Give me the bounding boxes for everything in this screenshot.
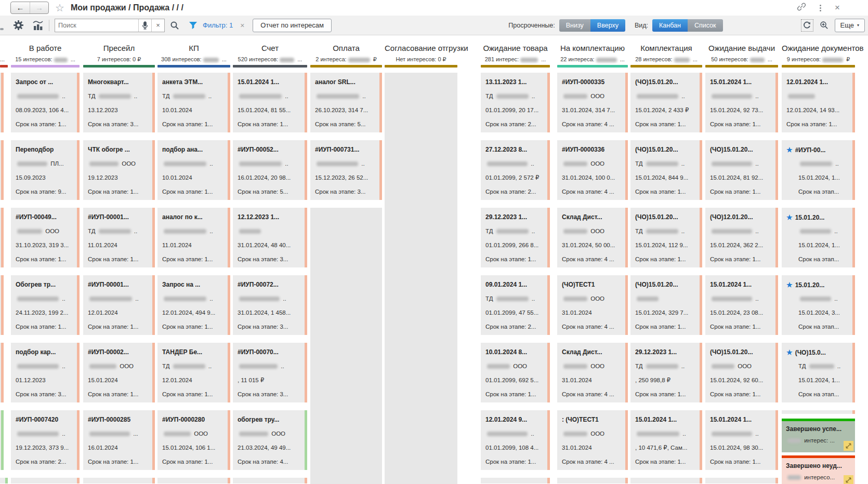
kanban-card[interactable]: Переподбор ПЛ...15.09.2023Срок на этапе:… (11, 140, 80, 200)
card-date-amount: 11.01.2024 (162, 238, 223, 252)
overdue-up-button[interactable]: Вверху (590, 19, 625, 32)
card-stage-duration: Срок на этапе: 5... (315, 117, 375, 131)
kanban-card[interactable]: 29.12.2023 1...ТД ..01.01.2099, 266 8...… (481, 208, 550, 267)
kanban-card[interactable]: #ИУП-00001...ТД ..11.01.2024Срок на этап… (83, 208, 155, 267)
kanban-card[interactable]: #ИУП-00049... ООО31.10.2023, 319 3...Сро… (11, 208, 80, 267)
kanban-card[interactable]: : (ЧО)ТЕСТ1 ООО31.01.2024Срок на этапе: … (557, 410, 628, 470)
view-kanban-button[interactable]: Канбан (652, 19, 688, 32)
kanban-card[interactable]: ЧТК обогре ... ООО19.12.2023Срок на этап… (83, 140, 155, 200)
completed-failed-card[interactable]: Завершено неуд... интересо... (782, 455, 855, 484)
microphone-icon[interactable] (138, 19, 151, 32)
back-button[interactable]: ← (11, 2, 30, 14)
kanban-card[interactable]: #ИУП-0000335 ООО31.01.2024, 314 7...Срок… (557, 73, 628, 132)
kanban-card[interactable]: (ЧО)15.01.20...ТД ..15.01.2024, 844 9...… (630, 140, 702, 200)
kanban-card[interactable]: (ЧО)15.01.20... ..15.01.2024, 2 433 ₽Сро… (630, 73, 702, 132)
kanban-card[interactable]: 13.11.2023 1...ТД ..01.01.2099, 20 17...… (481, 73, 550, 132)
kanban-card[interactable]: ★(ЧО)15.0...ТД ..15.01.2024, 1...Срок на… (782, 343, 855, 402)
kanban-card[interactable]: Запрос на ... ..12.01.2024, 494 9...Срок… (157, 275, 230, 335)
kanban-card[interactable]: #ИУП-0000336 ООО31.01.2024, 100 0...Срок… (557, 140, 628, 200)
kanban-card[interactable]: #ИУП-00052... ..16.01.2024, 20 98...Срок… (233, 140, 307, 200)
gear-icon[interactable] (13, 20, 24, 31)
chart-icon[interactable] (32, 20, 44, 31)
filter-funnel-icon[interactable] (189, 21, 198, 30)
overdue-down-button[interactable]: Внизу (559, 19, 590, 32)
kanban-card[interactable]: #ИУП-0000285 ...16.01.2024Срок на этапе:… (83, 410, 155, 470)
card-company: ТД .. (786, 359, 848, 373)
kanban-card[interactable]: 15.01.2024 1... ..15.01.2024, 81 55...Ср… (233, 73, 307, 132)
kanban-card[interactable]: #ИУП-0007420 ..19.12.2023, 373 9...Срок … (11, 410, 80, 470)
card-stage-duration: Срок на этапе: 1... (88, 455, 148, 469)
clear-filter-icon[interactable]: × (240, 21, 244, 30)
kanban-card[interactable]: (ЧО)ТЕСТ1 ООО31.01.2024Срок на этапе: 4 … (557, 275, 628, 335)
redacted-text (164, 297, 206, 301)
card-date-amount: 01.12.2023 (16, 373, 72, 387)
kanban-card[interactable]: ★15.01.20... ..15.01.2024, 3...Срок на э… (782, 275, 855, 335)
kanban-card[interactable]: 12.01.2024 9... ..01.01.2099, 108 4...Ср… (481, 410, 550, 470)
kanban-card[interactable]: (ЧО)15.01.20... ООО15.01.2024, 92 60...С… (705, 343, 778, 402)
card-status-stripe (77, 410, 80, 470)
interest-report-button[interactable]: Отчет по интересам (253, 19, 332, 32)
column-count: Нет интересов: 0 ₽ (385, 55, 457, 65)
kanban-card[interactable]: (ЧО)15.01.20...ТД ..15.01.2024, 112 9...… (630, 208, 702, 267)
kanban-card[interactable]: ★#ИУП-00... ..15.01.2024, 1...Срок на эт… (782, 140, 855, 200)
kanban-card[interactable]: обогрев тру... ООО21.03.2024, 49 49...Ср… (233, 410, 307, 470)
kanban-card[interactable]: подбор кар... ..01.12.2023Срок на этапе:… (11, 343, 80, 402)
kanban-card[interactable]: #ИУП-00072... ..31.01.2024, 1 458...Срок… (233, 275, 307, 335)
kanban-card[interactable]: аналог по к... ..11.01.2024Срок на этапе… (157, 208, 230, 267)
kanban-card[interactable]: 15.01.2024 1... ..15.01.2024, 92 73...Ср… (705, 73, 778, 132)
kanban-card[interactable]: (ЧО)15.01.20... ..15.01.2024, 81 92...Ср… (705, 140, 778, 200)
close-icon[interactable]: × (835, 4, 840, 12)
kanban-card[interactable]: Склад Дист... ООО31.01.2024, 50 00...Сро… (557, 208, 628, 267)
kanban-card[interactable]: 12.12.2023 1...31.01.2024, 48 40...Срок … (233, 208, 307, 267)
card-date-amount: 31.01.2024, 100 0... (562, 171, 621, 185)
kanban-card[interactable]: 27.12.2023 8... ..01.01.2099, 2 572 ₽Сро… (481, 140, 550, 200)
kanban-card[interactable]: (ЧО)12.01.20... ..15.01.2024, 362 2...Ср… (705, 208, 778, 267)
kebab-menu-icon[interactable] (820, 4, 821, 12)
filter-label[interactable]: Фильтр: 1 (203, 21, 233, 29)
kanban-card[interactable]: (ЧО)15.01.20...15.01.2024, 329 7...Срок … (630, 275, 702, 335)
column-cards: 13.11.2023 1...ТД ..01.01.2099, 20 17...… (481, 73, 550, 484)
card-company: ООО (562, 224, 621, 238)
kanban-card[interactable]: #ИУП-00070... .., 11 015 ₽Срок на этапе:… (233, 343, 307, 402)
link-icon[interactable] (797, 2, 806, 14)
kanban-card[interactable]: #ИУП-000731... ..15.12.2023, 26 52...Сро… (310, 140, 382, 200)
card-status-stripe (152, 275, 155, 335)
card-status-stripe (379, 140, 382, 200)
kanban-card[interactable]: подбор ана... ..10.01.2024Срок на этапе:… (157, 140, 230, 200)
clear-search-icon[interactable]: × (151, 19, 164, 32)
more-button[interactable]: Еще ▾ (835, 19, 865, 32)
kanban-card[interactable]: аналог SRL... ..26.10.2023, 314 7...Срок… (310, 73, 382, 132)
zoom-in-icon[interactable] (820, 21, 828, 30)
kanban-card[interactable]: 15.01.2024 1... ..15.01.2024, 98 30...Ср… (705, 410, 778, 470)
card-status-stripe (228, 478, 230, 483)
kanban-column-6: Согласование отгрузкиНет интересов: 0 ₽ (385, 43, 457, 484)
search-input[interactable] (55, 22, 138, 29)
kanban-card[interactable]: Многокварт...ТД ..13.12.2023Срок на этап… (83, 73, 155, 132)
kanban-card[interactable]: 15.01.2024 1... .., 10 471,6 ₽, Сам...Ср… (630, 410, 702, 470)
kanban-card[interactable]: анкета ЭТМ...ТД ..10.01.2024Срок на этап… (157, 73, 230, 132)
expand-icon[interactable] (844, 441, 853, 451)
card-stage-duration: Срок на этапе: 4 ... (562, 387, 621, 401)
forward-button[interactable]: → (30, 2, 48, 14)
column-cards: анкета ЭТМ...ТД ..10.01.2024Срок на этап… (157, 73, 230, 484)
kanban-card[interactable]: Склад Дист... ООО31.01.2024Срок на этапе… (557, 343, 628, 402)
kanban-card[interactable]: #ИУП-00002... ООО15.01.2024Срок на этапе… (83, 343, 155, 402)
kanban-card[interactable]: ★15.01.20... ..15.01.2024, 1...Срок на э… (782, 208, 855, 267)
column-title (0, 43, 8, 55)
kanban-card[interactable]: 09.01.2024 1...ТД ..01.01.2099, 47 55...… (481, 275, 550, 335)
kanban-card[interactable]: Запрос от ... ..08.09.2023, 106 4...Срок… (11, 73, 80, 132)
kanban-card[interactable]: #ИУП-00001... ..12.01.2024Срок на этапе:… (83, 275, 155, 335)
kanban-card[interactable]: 10.01.2024 8... ООО01.01.2099, 692 5...С… (481, 343, 550, 402)
kanban-card[interactable]: Обогрев тр... ..24.11.2023, 199 2...Срок… (11, 275, 80, 335)
kanban-card[interactable]: 12.01.2024 1...12.01.2024, 14 93...Срок … (782, 73, 855, 132)
kanban-card[interactable]: #ИУП-0000280 ООО15.01.2024, 106 1...Срок… (157, 410, 230, 470)
view-list-button[interactable]: Список (688, 19, 723, 32)
expand-icon[interactable] (844, 475, 853, 484)
kanban-card[interactable]: ТАНДЕР Бе...ТД ..12.01.2024Срок на этапе… (157, 343, 230, 402)
kanban-card[interactable]: 15.01.2024 1... ..15.01.2024, 23 08...Ср… (705, 275, 778, 335)
favorite-star-icon[interactable]: ☆ (55, 2, 64, 14)
kanban-card[interactable]: 29.12.2023 1...ТД .., 250 998,8 ₽Срок на… (630, 343, 702, 402)
completed-success-card[interactable]: Завершено успе... интерес: ... (782, 419, 855, 452)
search-icon[interactable] (170, 21, 179, 30)
refresh-icon[interactable] (801, 19, 813, 32)
